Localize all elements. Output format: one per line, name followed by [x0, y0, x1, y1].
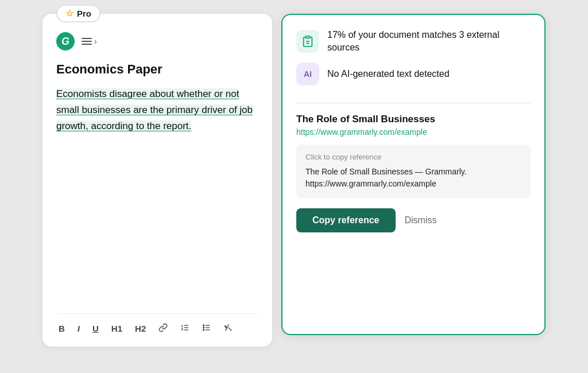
copy-text: The Role of Small Businesses — Grammarly… — [305, 166, 521, 190]
plagiarism-stat-text: 17% of your document matches 3 external … — [327, 29, 531, 55]
ai-detection-stat-row: AI No AI-generated text detected — [296, 63, 531, 86]
ai-icon: AI — [296, 63, 319, 86]
document-title: Economics Paper — [56, 62, 258, 77]
ai-stat-text: No AI-generated text detected — [327, 68, 450, 80]
hamburger-icon — [82, 38, 92, 45]
plagiarism-report-panel: 17% of your document matches 3 external … — [281, 14, 546, 335]
clear-format-button[interactable] — [222, 322, 235, 335]
clipboard-icon — [296, 30, 319, 53]
formatting-toolbar: B I U H1 H2 — [56, 313, 258, 335]
bold-button[interactable]: B — [56, 323, 67, 335]
ordered-list-button[interactable] — [178, 322, 192, 335]
highlighted-passage: Economists disagree about whether or not… — [56, 88, 253, 131]
plagiarism-stat-row: 17% of your document matches 3 external … — [296, 29, 531, 55]
action-buttons: Copy reference Dismiss — [296, 208, 531, 232]
h1-button[interactable]: H1 — [109, 323, 125, 335]
source-title: The Role of Small Businesses — [296, 114, 531, 125]
chevron-right-icon: › — [94, 37, 97, 46]
unordered-list-button[interactable] — [200, 322, 214, 335]
svg-point-8 — [203, 329, 204, 331]
editor-content[interactable]: Economists disagree about whether or not… — [56, 86, 258, 302]
italic-button[interactable]: I — [75, 323, 82, 335]
report-stats-section: 17% of your document matches 3 external … — [296, 29, 531, 86]
copy-label: Click to copy reference — [305, 153, 521, 161]
grammarly-logo: G — [56, 32, 75, 50]
pro-label: Pro — [77, 9, 91, 18]
source-url-link[interactable]: https://www.grammarly.com/example — [296, 127, 531, 137]
copy-reference-box[interactable]: Click to copy reference The Role of Smal… — [296, 145, 531, 198]
editor-top-toolbar: G › — [56, 32, 258, 50]
h2-button[interactable]: H2 — [133, 323, 148, 335]
svg-point-6 — [203, 325, 204, 326]
editor-panel: ☆ Pro G › Economics Paper Economists dis… — [42, 14, 272, 347]
copy-reference-button[interactable]: Copy reference — [296, 208, 396, 232]
pro-badge[interactable]: ☆ Pro — [56, 5, 100, 22]
link-button[interactable] — [156, 322, 170, 335]
underline-button[interactable]: U — [90, 323, 101, 335]
section-divider — [296, 103, 531, 103]
pro-star-icon: ☆ — [65, 8, 74, 19]
hamburger-menu[interactable]: › — [82, 37, 97, 46]
svg-rect-9 — [305, 36, 310, 38]
svg-point-7 — [203, 327, 204, 328]
dismiss-button[interactable]: Dismiss — [405, 215, 437, 226]
